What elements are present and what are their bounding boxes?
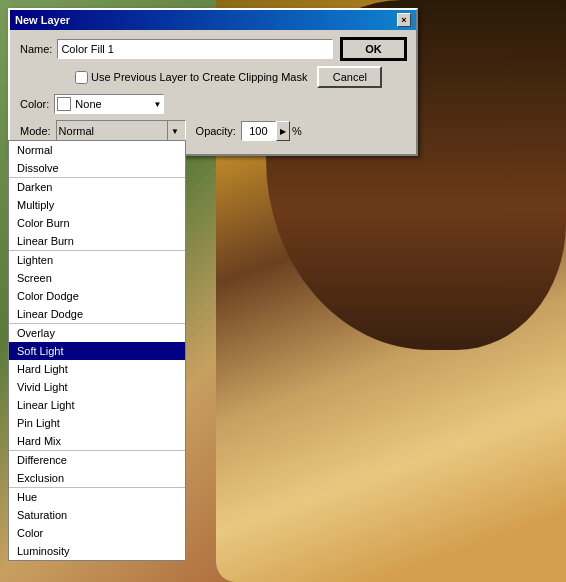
ok-button[interactable]: OK [341,38,406,60]
opacity-row: Opacity: ▶ % [196,121,302,141]
dropdown-item[interactable]: Normal [9,141,185,159]
dropdown-section-2: LightenScreenColor DodgeLinear Dodge [9,251,185,324]
mode-dropdown-arrow[interactable]: ▼ [167,121,183,141]
color-value: None [75,98,101,110]
opacity-label: Opacity: [196,125,236,137]
opacity-stepper[interactable]: ▶ [276,121,290,141]
dropdown-item[interactable]: Soft Light [9,342,185,360]
dropdown-item[interactable]: Color Burn [9,214,185,232]
color-row: Color: None ▼ [20,94,406,114]
checkbox-row: Use Previous Layer to Create Clipping Ma… [20,66,406,88]
dropdown-item[interactable]: Pin Light [9,414,185,432]
opacity-input[interactable] [241,121,276,141]
dialog-body: Name: OK Use Previous Layer to Create Cl… [10,30,416,154]
dropdown-section-4: DifferenceExclusion [9,451,185,488]
dropdown-item[interactable]: Color [9,524,185,542]
dropdown-item[interactable]: Linear Burn [9,232,185,250]
dropdown-item[interactable]: Linear Light [9,396,185,414]
cancel-button[interactable]: Cancel [317,66,382,88]
color-label: Color: [20,98,49,110]
dropdown-item[interactable]: Hard Light [9,360,185,378]
dropdown-item[interactable]: Color Dodge [9,287,185,305]
dropdown-item[interactable]: Hard Mix [9,432,185,450]
dropdown-section-3: OverlaySoft LightHard LightVivid LightLi… [9,324,185,451]
color-select[interactable]: None ▼ [54,94,164,114]
mode-label: Mode: [20,125,51,137]
mode-dropdown-list: NormalDissolveDarkenMultiplyColor BurnLi… [8,140,186,561]
dialog-title-bar: New Layer × [10,10,416,30]
dropdown-item[interactable]: Exclusion [9,469,185,487]
dropdown-item[interactable]: Lighten [9,251,185,269]
dropdown-item[interactable]: Saturation [9,506,185,524]
dialog-title: New Layer [15,14,70,26]
dropdown-section-5: HueSaturationColorLuminosity [9,488,185,560]
dropdown-section-1: DarkenMultiplyColor BurnLinear Burn [9,178,185,251]
name-row: Name: OK [20,38,406,60]
dropdown-item[interactable]: Screen [9,269,185,287]
dropdown-item[interactable]: Multiply [9,196,185,214]
checkbox-label: Use Previous Layer to Create Clipping Ma… [91,71,307,83]
opacity-unit: % [292,125,302,137]
name-label: Name: [20,43,52,55]
dropdown-item[interactable]: Hue [9,488,185,506]
mode-select[interactable]: Normal ▼ [56,120,186,142]
dropdown-item[interactable]: Difference [9,451,185,469]
dropdown-item[interactable]: Linear Dodge [9,305,185,323]
color-swatch [57,97,71,111]
name-input[interactable] [57,39,333,59]
mode-opacity-row: Mode: Normal ▼ Opacity: ▶ % [20,120,406,142]
clipping-mask-checkbox[interactable] [75,71,88,84]
new-layer-dialog: New Layer × Name: OK Use Previous Layer … [8,8,418,156]
dropdown-item[interactable]: Overlay [9,324,185,342]
dropdown-item[interactable]: Luminosity [9,542,185,560]
dropdown-section-0: NormalDissolve [9,141,185,178]
dropdown-item[interactable]: Darken [9,178,185,196]
color-dropdown-arrow[interactable]: ▼ [153,100,161,109]
close-button[interactable]: × [397,13,411,27]
mode-value: Normal [59,125,167,137]
dropdown-item[interactable]: Vivid Light [9,378,185,396]
dropdown-item[interactable]: Dissolve [9,159,185,177]
